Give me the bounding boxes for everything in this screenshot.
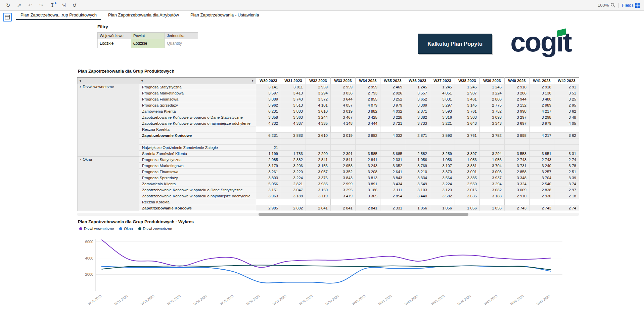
value-cell[interactable]: 3 294	[480, 151, 505, 157]
value-cell[interactable]: 3 334	[405, 175, 430, 181]
value-cell[interactable]: 3 998	[505, 108, 530, 114]
value-cell[interactable]: 3 324	[505, 181, 530, 187]
value-cell[interactable]: 3 261	[256, 169, 281, 175]
value-cell[interactable]	[281, 199, 306, 205]
filter-value[interactable]: Łódzkie	[97, 39, 131, 48]
value-cell[interactable]	[281, 145, 306, 151]
value-cell[interactable]: 3 752	[480, 132, 505, 139]
value-cell[interactable]: 4 148	[331, 120, 356, 126]
value-cell[interactable]: 2 74	[554, 157, 579, 163]
value-cell[interactable]: 3 731	[505, 163, 530, 169]
value-cell[interactable]: 6 231	[256, 132, 281, 139]
group-filter-header[interactable]: ▾	[78, 78, 139, 84]
value-cell[interactable]: 2 775	[480, 102, 505, 108]
value-cell[interactable]: 3 721	[380, 120, 405, 126]
value-cell[interactable]	[281, 126, 306, 132]
value-cell[interactable]	[331, 126, 356, 132]
value-cell[interactable]: 3 352	[380, 163, 405, 169]
value-cell[interactable]: 3 103	[405, 187, 430, 193]
value-cell[interactable]	[356, 139, 380, 145]
value-cell[interactable]	[356, 126, 380, 132]
value-cell[interactable]: 4 05	[554, 120, 579, 126]
value-cell[interactable]	[356, 145, 380, 151]
value-cell[interactable]: 3 365	[356, 193, 380, 199]
value-cell[interactable]: 2 944	[505, 96, 530, 102]
value-cell[interactable]: 3 557	[405, 90, 430, 96]
value-cell[interactable]	[480, 139, 505, 145]
value-cell[interactable]: 3 019	[331, 132, 356, 139]
product-group-cell[interactable]: ›Drzwi wewnetrzne	[78, 84, 139, 157]
value-cell[interactable]: 3 851	[530, 151, 554, 157]
value-cell[interactable]: 3 62	[554, 108, 579, 114]
value-cell[interactable]: 3 48	[554, 114, 579, 120]
value-cell[interactable]	[505, 199, 530, 205]
dropdown-arrow-icon[interactable]: ▾	[141, 79, 143, 83]
undo-icon[interactable]: ↶	[26, 2, 34, 9]
value-cell[interactable]: 3 130	[530, 90, 554, 96]
value-cell[interactable]: 2 74	[554, 205, 579, 211]
value-cell[interactable]: 3 644	[331, 96, 356, 102]
value-cell[interactable]: 2 51	[554, 169, 579, 175]
value-cell[interactable]: 3 652	[405, 96, 430, 102]
value-cell[interactable]: 2 331	[380, 157, 405, 163]
value-cell[interactable]: 3 769	[405, 163, 430, 169]
value-cell[interactable]: 2 858	[505, 169, 530, 175]
value-cell[interactable]: 3 008	[480, 169, 505, 175]
redo-icon[interactable]: ↷	[37, 2, 45, 9]
value-cell[interactable]: 2 910	[505, 193, 530, 199]
value-cell[interactable]: 3 257	[530, 169, 554, 175]
tab-2[interactable]: Plan Zapotrzebowania dla Atrybutów	[104, 11, 183, 20]
value-cell[interactable]: 2 743	[505, 205, 530, 211]
value-cell[interactable]: 2 841	[306, 157, 331, 163]
value-cell[interactable]: 3 434	[380, 181, 405, 187]
value-cell[interactable]: 3 585	[356, 151, 380, 157]
value-cell[interactable]: 3 985	[306, 181, 331, 187]
value-cell[interactable]	[455, 199, 480, 205]
value-cell[interactable]: 3 553	[505, 151, 530, 157]
value-cell[interactable]: 3 937	[480, 175, 505, 181]
value-cell[interactable]: 3 461	[455, 96, 480, 102]
value-cell[interactable]	[256, 199, 281, 205]
value-cell[interactable]: 3 998	[505, 132, 530, 139]
filter-value[interactable]: Łódzkie	[131, 39, 165, 48]
value-cell[interactable]	[306, 199, 331, 205]
zoom-control[interactable]: 100%	[598, 3, 615, 8]
value-cell[interactable]: 3 316	[430, 114, 455, 120]
value-cell[interactable]: 3 891	[356, 181, 380, 187]
value-cell[interactable]: 3 444	[356, 120, 380, 126]
value-cell[interactable]	[455, 126, 480, 132]
fields-button[interactable]: Fields	[622, 3, 640, 8]
value-cell[interactable]: 3 425	[356, 114, 380, 120]
value-cell[interactable]: 1 056	[430, 205, 455, 211]
value-cell[interactable]	[430, 139, 455, 145]
value-cell[interactable]: 2 930	[530, 193, 554, 199]
value-cell[interactable]: 3 141	[256, 84, 281, 90]
value-cell[interactable]: 2 854	[380, 193, 405, 199]
value-cell[interactable]: 3 252	[380, 96, 405, 102]
value-cell[interactable]	[530, 139, 554, 145]
value-cell[interactable]	[281, 139, 306, 145]
value-cell[interactable]: 3 224	[281, 175, 306, 181]
value-cell[interactable]: 2 97	[554, 187, 579, 193]
measure-filter-header[interactable]: ▾ ▸	[139, 78, 256, 84]
value-cell[interactable]	[430, 126, 455, 132]
value-cell[interactable]: 4 057	[331, 102, 356, 108]
value-cell[interactable]: 3 979	[380, 102, 405, 108]
value-cell[interactable]: 3 286	[505, 90, 530, 96]
value-cell[interactable]	[405, 199, 430, 205]
value-cell[interactable]: 4 051	[430, 90, 455, 96]
value-cell[interactable]: 3 358	[256, 114, 281, 120]
horizontal-scrollbar-thumb[interactable]	[259, 213, 468, 216]
value-cell[interactable]: 3 593	[430, 108, 455, 114]
value-cell[interactable]: 3 011	[281, 84, 306, 90]
product-group-cell[interactable]: ›Okna	[78, 157, 139, 211]
value-cell[interactable]: 4 101	[306, 102, 331, 108]
value-cell[interactable]: 3 145	[455, 102, 480, 108]
value-cell[interactable]: 3 385	[455, 175, 480, 181]
value-cell[interactable]	[380, 126, 405, 132]
value-cell[interactable]: 3 843	[331, 175, 356, 181]
value-cell[interactable]: 3 107	[430, 163, 455, 169]
value-cell[interactable]: 3 31	[554, 151, 579, 157]
value-cell[interactable]: 3 704	[530, 175, 554, 181]
value-cell[interactable]: 2 882	[281, 205, 306, 211]
